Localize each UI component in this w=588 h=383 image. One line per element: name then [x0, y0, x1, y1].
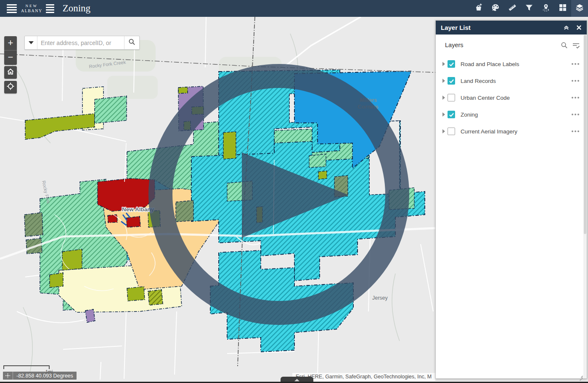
- search-input[interactable]: [37, 36, 124, 49]
- layer-menu-button[interactable]: [571, 112, 580, 117]
- app-header: NEW ALBANY Zoning: [0, 0, 588, 17]
- layers-section-header: Layers: [436, 37, 587, 53]
- search-button[interactable]: [124, 36, 139, 49]
- chevron-up-icon: [294, 379, 299, 381]
- layer-menu-button[interactable]: [571, 61, 580, 66]
- layer-row: Zoning: [436, 106, 587, 123]
- layer-row: Land Records: [436, 72, 587, 89]
- layer-label: Zoning: [461, 112, 478, 118]
- layer-checkbox[interactable]: [448, 60, 455, 68]
- search-widget: [24, 36, 140, 50]
- layer-checkbox[interactable]: [448, 94, 455, 101]
- layer-list-button[interactable]: [571, 0, 588, 17]
- layers-section-title: Layers: [445, 42, 464, 48]
- layer-expand-caret[interactable]: [442, 112, 445, 117]
- layer-rows: Road and Place Labels Land Records Urban…: [436, 53, 587, 140]
- layer-expand-caret[interactable]: [442, 62, 445, 66]
- layer-filter-button[interactable]: [572, 42, 580, 49]
- near-me-button[interactable]: [538, 0, 554, 17]
- panel-scrollbar: [583, 35, 587, 378]
- close-panel-button[interactable]: [576, 25, 582, 30]
- layer-search-button[interactable]: [561, 42, 568, 49]
- location-pin-icon: [542, 3, 550, 13]
- header-toolbar: [470, 0, 588, 17]
- layer-menu-button[interactable]: [571, 95, 580, 100]
- panel-scrollbar-thumb[interactable]: [584, 35, 586, 234]
- layer-list-header: Layer List: [436, 21, 587, 35]
- layer-list-title: Layer List: [441, 24, 471, 31]
- search-source-dropdown[interactable]: [25, 36, 37, 49]
- coordinate-crosshair-icon[interactable]: [3, 372, 13, 380]
- layer-menu-button[interactable]: [571, 78, 580, 83]
- zoom-out-button[interactable]: −: [4, 51, 17, 65]
- layer-label: Land Records: [461, 78, 496, 84]
- ruler-icon: [508, 3, 516, 13]
- locate-button[interactable]: [4, 81, 17, 93]
- coordinate-widget: -82.858 40.093 Degrees: [3, 372, 77, 380]
- layer-label: Road and Place Labels: [461, 61, 519, 67]
- layer-label: Urban Center Code: [461, 95, 510, 101]
- scale-bar: [3, 365, 50, 369]
- layer-checkbox[interactable]: [448, 128, 455, 135]
- layer-expand-caret[interactable]: [442, 96, 445, 100]
- layer-checkbox[interactable]: [448, 77, 455, 85]
- grid-icon: [559, 3, 567, 13]
- map-attribution: Esri, HERE, Garmin, SafeGraph, GeoTechno…: [292, 373, 435, 381]
- home-button[interactable]: [4, 66, 17, 79]
- layers-icon: [575, 3, 584, 13]
- layer-row: Road and Place Labels: [436, 56, 587, 72]
- map-label-jersey: Jersey: [372, 295, 388, 301]
- draw-button[interactable]: [487, 0, 504, 17]
- zoning-app: Rocky Fork Creek Rocky Fork Millers Corn…: [0, 0, 588, 383]
- layer-row: Urban Center Code: [436, 89, 587, 106]
- collapse-panel-button[interactable]: [563, 24, 569, 31]
- layer-label: Current Aerial Imagery: [461, 128, 517, 135]
- chevron-down-icon: [29, 41, 34, 44]
- measurement-button[interactable]: [504, 0, 521, 17]
- layer-list-panel: Layer List Layers Road and Place Labels …: [435, 20, 587, 379]
- panel-resize-grip[interactable]: [578, 372, 583, 378]
- menu-hamburger-icon[interactable]: [7, 4, 17, 13]
- layer-expand-caret[interactable]: [442, 129, 445, 133]
- funnel-icon: [525, 3, 533, 13]
- filter-button[interactable]: [521, 0, 538, 17]
- zoom-control: + −: [4, 36, 17, 65]
- add-data-icon: [474, 3, 483, 13]
- new-albany-logo: NEW ALBANY: [21, 4, 42, 13]
- basemap-gallery-button[interactable]: [554, 0, 571, 17]
- add-data-button[interactable]: [470, 0, 487, 17]
- zoom-in-button[interactable]: +: [4, 36, 17, 51]
- locate-icon: [7, 82, 14, 92]
- layer-menu-button[interactable]: [571, 129, 580, 134]
- layer-checkbox[interactable]: [448, 111, 455, 118]
- logo-bars-icon[interactable]: [46, 4, 54, 13]
- layer-expand-caret[interactable]: [442, 79, 445, 83]
- draw-palette-icon: [491, 3, 500, 13]
- home-icon: [7, 68, 14, 77]
- page-title: Zoning: [63, 3, 90, 14]
- search-icon: [128, 38, 135, 47]
- layer-row: Current Aerial Imagery: [436, 123, 587, 140]
- coordinate-readout: -82.858 40.093 Degrees: [13, 373, 77, 379]
